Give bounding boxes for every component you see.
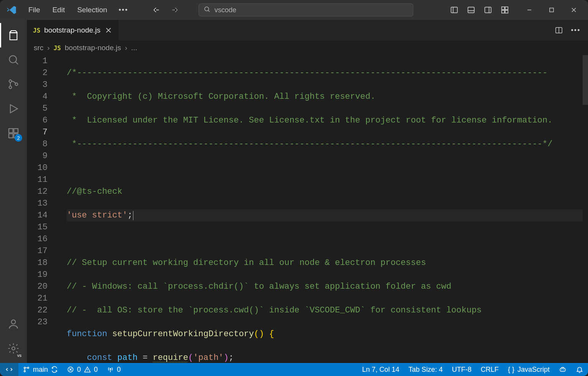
breadcrumb-more[interactable]: ... xyxy=(131,44,137,52)
svg-point-0 xyxy=(205,7,209,11)
status-branch[interactable]: main xyxy=(18,363,62,376)
svg-rect-3 xyxy=(485,7,491,13)
tab-close-icon[interactable] xyxy=(104,26,113,34)
nav-forward-button[interactable] xyxy=(168,3,182,17)
line-number: 21 xyxy=(27,293,48,304)
line-number: 2 xyxy=(27,67,48,79)
line-number: 23 xyxy=(27,316,48,328)
editor-tabs: JS bootstrap-node.js ••• xyxy=(27,20,588,41)
command-center[interactable]: vscode xyxy=(199,3,413,16)
code-text: ) xyxy=(223,353,228,363)
code-editor[interactable]: 1234567891011121314151617181920212223 /*… xyxy=(27,55,588,363)
tab-bootstrap-node[interactable]: JS bootstrap-node.js xyxy=(27,20,119,41)
code-text: // Setup current working directory in al… xyxy=(67,258,426,268)
remote-indicator[interactable] xyxy=(0,363,18,376)
svg-point-9 xyxy=(9,56,16,63)
status-eol[interactable]: CRLF xyxy=(476,366,503,374)
toggle-secondary-sidebar-icon[interactable] xyxy=(481,3,495,17)
activity-extensions[interactable]: 2 xyxy=(0,121,27,145)
svg-rect-13 xyxy=(9,129,13,133)
svg-rect-5 xyxy=(505,7,508,10)
tab-label: bootstrap-node.js xyxy=(44,26,100,34)
breadcrumb-folder[interactable]: src xyxy=(34,44,43,52)
activity-search[interactable] xyxy=(0,47,27,72)
line-number: 17 xyxy=(27,245,48,257)
svg-point-27 xyxy=(563,369,564,370)
line-number: 7 xyxy=(27,126,48,138)
line-number: 14 xyxy=(27,209,48,221)
menu-more-icon[interactable]: ••• xyxy=(114,4,133,16)
status-bar: main 0 0 0 Ln 7, Col 14 Tab Size: 4 UTF-… xyxy=(0,363,588,376)
minimize-button[interactable] xyxy=(518,1,540,19)
svg-point-21 xyxy=(24,371,26,372)
code-text: path xyxy=(112,353,138,363)
layout-controls xyxy=(447,3,512,17)
breadcrumb-file[interactable]: bootstrap-node.js xyxy=(65,44,121,52)
line-number: 13 xyxy=(27,198,48,209)
code-text: // - all OS: store the `process.cwd()` i… xyxy=(67,306,482,315)
vertical-scrollbar[interactable] xyxy=(583,55,588,363)
svg-rect-4 xyxy=(502,7,504,10)
split-editor-icon[interactable] xyxy=(552,23,566,37)
menu-selection[interactable]: Selection xyxy=(72,3,112,16)
svg-point-20 xyxy=(24,367,26,369)
status-notifications[interactable] xyxy=(571,366,588,373)
braces-icon: { } xyxy=(508,366,514,374)
svg-point-10 xyxy=(9,80,12,83)
svg-rect-14 xyxy=(9,134,13,138)
menu-file[interactable]: File xyxy=(23,3,46,16)
error-icon xyxy=(67,366,74,373)
line-number: 5 xyxy=(27,103,48,114)
nav-back-button[interactable] xyxy=(149,3,163,17)
maximize-button[interactable] xyxy=(540,1,563,19)
sync-icon xyxy=(51,366,58,373)
activity-run-debug[interactable] xyxy=(0,96,27,121)
status-problems[interactable]: 0 0 xyxy=(62,363,102,376)
code-text: setupCurrentWorkingDirectory xyxy=(107,329,254,339)
line-number: 3 xyxy=(27,79,48,91)
vscode-logo-icon xyxy=(6,5,17,15)
line-number: 18 xyxy=(27,257,48,269)
nav-history xyxy=(149,3,182,17)
window: File Edit Selection ••• vscode xyxy=(0,0,588,376)
status-ports[interactable]: 0 xyxy=(102,363,125,376)
line-number: 4 xyxy=(27,91,48,103)
status-copilot[interactable] xyxy=(554,366,571,373)
svg-point-24 xyxy=(110,368,111,369)
customize-layout-icon[interactable] xyxy=(498,3,512,17)
code-text: * Licensed under the MIT License. See Li… xyxy=(67,116,552,125)
search-icon xyxy=(204,6,210,15)
status-cursor-position[interactable]: Ln 7, Col 14 xyxy=(358,366,404,374)
line-number: 9 xyxy=(27,150,48,162)
warning-count: 0 xyxy=(94,366,98,374)
code-text: { xyxy=(264,329,274,339)
breadcrumbs[interactable]: src › JS bootstrap-node.js › ... xyxy=(27,41,588,55)
code-text: const xyxy=(67,353,112,363)
activity-settings[interactable]: vs xyxy=(0,336,27,361)
svg-point-12 xyxy=(15,83,18,86)
svg-rect-6 xyxy=(502,10,504,13)
line-number: 12 xyxy=(27,186,48,198)
scrollbar-thumb[interactable] xyxy=(583,55,588,105)
status-indentation[interactable]: Tab Size: 4 xyxy=(404,366,447,374)
status-language[interactable]: { } JavaScript xyxy=(503,366,554,374)
toggle-primary-sidebar-icon[interactable] xyxy=(447,3,462,17)
line-number: 8 xyxy=(27,138,48,150)
line-number: 11 xyxy=(27,174,48,186)
code-text: require xyxy=(153,353,188,363)
line-number: 16 xyxy=(27,233,48,245)
svg-rect-25 xyxy=(560,368,565,371)
chevron-right-icon: › xyxy=(125,44,127,52)
editor-more-icon[interactable]: ••• xyxy=(569,23,583,37)
close-button[interactable] xyxy=(563,1,585,19)
activity-accounts[interactable] xyxy=(0,312,27,336)
menu-edit[interactable]: Edit xyxy=(47,3,71,16)
activity-explorer[interactable] xyxy=(0,23,27,47)
toggle-panel-icon[interactable] xyxy=(464,3,478,17)
branch-name: main xyxy=(33,366,48,374)
error-count: 0 xyxy=(77,366,81,374)
code-text: ( xyxy=(188,353,193,363)
activity-source-control[interactable] xyxy=(0,72,27,96)
status-encoding[interactable]: UTF-8 xyxy=(447,366,476,374)
code-content[interactable]: /*--------------------------------------… xyxy=(57,55,588,363)
